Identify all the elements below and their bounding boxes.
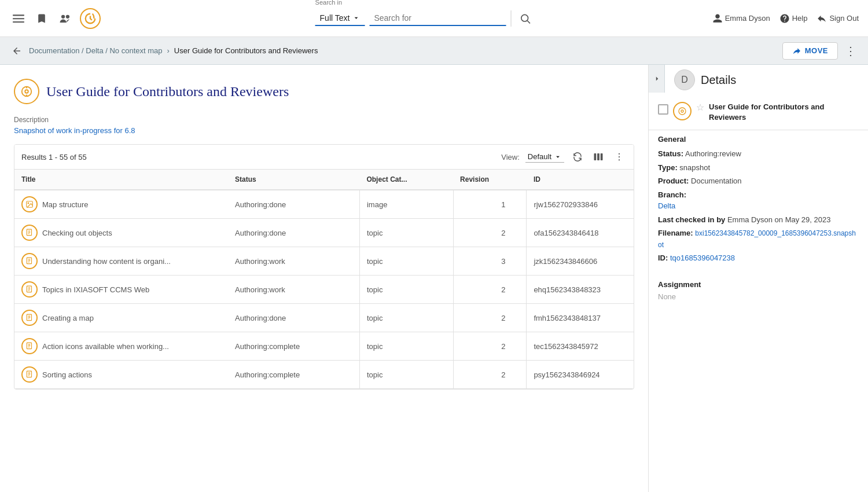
search-in-label: Search in [315,0,342,6]
details-assignment-section: Assignment None [649,276,868,310]
breadcrumb-more-button[interactable]: ⋮ [843,42,859,60]
view-select[interactable]: Default [525,151,564,163]
th-divider2 [439,170,454,190]
move-label: MOVE [805,46,828,55]
row-title-text: Map structure [42,200,88,209]
td-status: Authoring:work [228,247,345,276]
search-divider [510,10,511,27]
svg-point-5 [521,14,528,21]
search-button[interactable] [516,9,534,28]
th-divider3 [512,170,527,190]
table-more-button[interactable] [612,149,627,164]
td-revision: 3 [453,247,512,276]
table-row[interactable]: Sorting actions Authoring:complete topic… [14,361,634,389]
svg-rect-13 [601,153,603,160]
td-divider3 [512,361,527,389]
help-button[interactable]: Help [779,13,808,24]
page-title-row: User Guide for Contributors and Reviewer… [14,79,634,104]
td-revision: 2 [453,304,512,332]
td-divider1 [345,304,360,332]
td-divider1 [345,361,360,389]
details-filename-row: Filename: bxi1562343845782_00009_1685396… [658,227,859,250]
details-star-icon[interactable]: ☆ [696,102,704,113]
svg-point-44 [681,110,683,112]
general-section-title: General [658,135,859,144]
row-title-text: Sorting actions [42,370,92,379]
svg-rect-0 [13,14,24,16]
details-doc-title: User Guide for Contributors and Reviewer… [709,102,859,123]
svg-rect-11 [594,153,597,160]
lastchecked-value: Emma Dyson on May 29, 2023 [727,215,830,224]
description-label: Description [14,116,634,124]
td-title: Topics in IXIASOFT CCMS Web [14,276,228,304]
user-menu[interactable]: Emma Dyson [712,13,770,24]
table-scroll-area[interactable]: Title Status Object Cat... Revision ID [14,170,634,389]
right-panel: D Details ☆ User Guide for Contributors … [648,65,868,492]
sign-out-button[interactable]: Sign Out [816,13,859,24]
table-container: Results 1 - 55 of 55 View: Default [14,144,634,390]
table-row[interactable]: Map structure Authoring:done image 1 rjw… [14,190,634,219]
row-icon [21,338,38,354]
table-row[interactable]: Understanding how content is organi... A… [14,247,634,276]
row-icon [21,366,38,383]
details-title: Details [701,74,736,87]
details-doc-icon [673,102,692,120]
row-title-text: Action icons available when working... [42,342,169,351]
refresh-button[interactable] [570,149,585,164]
td-divider1 [345,219,360,247]
details-branch-row: Branch: Delta [658,189,859,212]
description-text: Snapshot of work in-progress for 6.8 [14,126,634,135]
td-id: rjw1562702933846 [527,190,634,219]
td-title: Understanding how content is organi... [14,247,228,276]
people-button[interactable] [56,9,75,28]
table-row[interactable]: Creating a map Authoring:done topic 2 fm… [14,304,634,332]
status-value: Authoring:review [685,149,741,158]
assignment-value: None [658,292,859,301]
svg-point-15 [619,156,620,157]
svg-rect-1 [13,18,24,19]
top-nav: Search in Full Text Emma Dyson Help [0,0,868,37]
filename-key: Filename: [658,229,693,237]
bookmark-button[interactable] [32,9,51,28]
filter-button[interactable] [534,9,553,28]
td-divider3 [512,247,527,276]
th-objcat: Object Cat... [359,170,439,190]
td-revision: 2 [453,219,512,247]
sign-out-label: Sign Out [829,14,859,23]
table-row[interactable]: Action icons available when working... A… [14,332,634,361]
td-divider3 [512,304,527,332]
help-label: Help [792,14,808,23]
table-row[interactable]: Checking out objects Authoring:done topi… [14,219,634,247]
breadcrumb-bar: Documentation / Delta / No context map ›… [0,37,868,65]
td-id: ehq1562343848323 [527,276,634,304]
lastchecked-key: Last checked in by [658,215,725,224]
search-type-value: Full Text [320,13,350,23]
td-title: Checking out objects [14,219,228,247]
details-type-row: Type: snapshot [658,162,859,174]
menu-button[interactable] [9,9,28,28]
row-title-text: Checking out objects [42,229,112,237]
search-input[interactable] [374,13,501,23]
details-doc-item: ☆ User Guide for Contributors and Review… [649,95,868,130]
td-divider2 [439,361,454,389]
svg-line-6 [527,20,530,23]
td-title: Map structure [14,190,228,219]
nav-right: Emma Dyson Help Sign Out [712,13,859,24]
collapse-panel-button[interactable] [649,65,665,93]
table-body: Map structure Authoring:done image 1 rjw… [14,190,634,389]
status-key: Status: [658,149,683,158]
move-button[interactable]: MOVE [782,42,838,60]
td-divider1 [345,276,360,304]
table-row[interactable]: Topics in IXIASOFT CCMS Web Authoring:wo… [14,276,634,304]
search-type-select[interactable]: Full Text [315,11,365,26]
table-header: Title Status Object Cat... Revision ID [14,170,634,190]
back-button[interactable] [9,43,24,58]
row-icon [21,281,38,298]
details-checkbox[interactable] [658,104,668,115]
columns-button[interactable] [591,149,606,164]
user-avatar: D [674,69,695,90]
svg-point-8 [25,90,28,93]
td-objcat: topic [359,247,439,276]
row-title-text: Creating a map [42,314,94,322]
svg-rect-12 [597,153,599,160]
